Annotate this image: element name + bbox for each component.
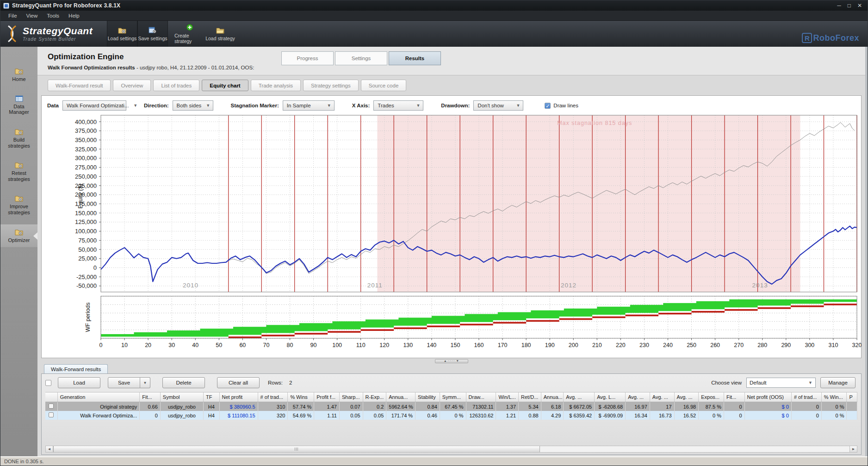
page-title: Optimization Engine (48, 52, 865, 62)
data-select[interactable]: Walk Forward Optimizati...▼ (62, 100, 126, 111)
column-header[interactable]: Net profit (OOS) (744, 392, 791, 402)
subtab-list-of-trades[interactable]: List of trades (153, 80, 199, 91)
sidebar-item-data-manager[interactable]: DataManager (0, 91, 37, 119)
column-header[interactable]: Annua... (541, 392, 564, 402)
column-header[interactable]: Net profit (219, 392, 258, 402)
row-checkbox[interactable] (49, 404, 54, 409)
maximize-icon[interactable]: □ (848, 2, 851, 9)
column-header[interactable]: Annua... (386, 392, 415, 402)
svg-text:75,000: 75,000 (78, 237, 97, 244)
subtab-trade-analysis[interactable]: Trade analysis (251, 80, 301, 91)
svg-text:220: 220 (616, 342, 626, 348)
drawdown-select[interactable]: Don't show▼ (473, 100, 523, 111)
column-header[interactable]: # of trad... (791, 392, 821, 402)
column-header[interactable]: Expos... (699, 392, 724, 402)
menu-file[interactable]: File (4, 12, 21, 20)
column-header[interactable]: Symm... (440, 392, 466, 402)
svg-text:230: 230 (639, 342, 649, 348)
column-header[interactable]: TF (204, 392, 219, 402)
column-header[interactable]: Profit f... (314, 392, 340, 402)
svg-text:350,000: 350,000 (75, 137, 97, 143)
row-checkbox[interactable] (49, 412, 54, 417)
direction-select[interactable]: Both sides▼ (173, 100, 213, 111)
load-strategy-button[interactable]: Load strategy (205, 21, 236, 47)
sidebar-item-improve-strategies[interactable]: Improvestrategies (0, 191, 37, 219)
clear-all-button[interactable]: Clear all (217, 377, 260, 388)
sidebar-item-retest-strategies[interactable]: Reteststrategies (0, 157, 37, 186)
svg-text:200: 200 (569, 342, 578, 348)
svg-text:50,000: 50,000 (78, 246, 97, 253)
save-settings-button[interactable]: Save settings (137, 21, 168, 47)
view-select[interactable]: Default▼ (746, 378, 816, 388)
collapse-up-icon: ▲ (444, 360, 446, 363)
column-header[interactable]: Sharp... (339, 392, 363, 402)
column-header[interactable]: Generation (57, 392, 139, 402)
draw-lines-checkbox[interactable]: ✓ (545, 103, 551, 109)
scrollbar-thumb[interactable] (53, 446, 540, 452)
brand-subtitle: Trade System Builder (23, 37, 93, 42)
save-button[interactable]: Save (108, 377, 140, 388)
subtab-walk-forward-result[interactable]: Walk-Forward result (48, 80, 111, 91)
column-header[interactable]: P (847, 392, 857, 402)
column-header[interactable]: Draw... (466, 392, 496, 402)
column-header[interactable]: % Win... (821, 392, 847, 402)
column-header[interactable]: Symbol (160, 392, 203, 402)
svg-text:80: 80 (287, 342, 293, 348)
column-header[interactable]: Fit... (724, 392, 744, 402)
column-header[interactable]: Avg. ... (564, 392, 595, 402)
minimize-icon[interactable]: ─ (837, 2, 841, 9)
subtab-strategy-settings[interactable]: Strategy settings (303, 80, 359, 91)
rows-count: 2 (289, 380, 292, 385)
subtab-source-code[interactable]: Source code (361, 80, 407, 91)
create-strategy-button[interactable]: Create strategy (174, 21, 205, 47)
close-icon[interactable]: ✕ (857, 2, 862, 9)
table-row[interactable]: Walk Forward Optimiza...0usdjpy_roboH4$ … (45, 411, 857, 420)
sidebar-item-build-strategies[interactable]: Buildstrategies (0, 124, 37, 153)
column-header[interactable]: Avg. L... (595, 392, 626, 402)
svg-text:10: 10 (121, 342, 128, 348)
load-settings-button[interactable]: Load settings (107, 21, 137, 47)
column-header[interactable]: Avg. ... (626, 392, 650, 402)
table-row[interactable]: Original strategy0.66usdjpy_roboH4$ 3809… (45, 402, 857, 411)
column-header[interactable]: Fit... (140, 392, 161, 402)
subtab-equity-chart[interactable]: Equity chart (202, 80, 248, 91)
column-header[interactable]: Win/L... (496, 392, 519, 402)
stagnation-marker-select[interactable]: In Sample▼ (283, 100, 335, 111)
column-header[interactable]: % Wins (288, 392, 314, 402)
load-button[interactable]: Load (58, 377, 100, 388)
column-header[interactable]: # of trad... (258, 392, 288, 402)
svg-text:150: 150 (451, 342, 460, 348)
scroll-left-icon[interactable]: ◄ (46, 446, 53, 452)
save-dropdown-button[interactable]: ▼ (140, 377, 150, 388)
scroll-right-icon[interactable]: ► (849, 446, 857, 452)
delete-button[interactable]: Delete (162, 377, 205, 388)
roboforex-icon: R (802, 33, 812, 43)
select-all-checkbox[interactable] (45, 380, 51, 386)
rows-label: Rows: (268, 380, 283, 385)
column-header[interactable]: Stability (415, 392, 440, 402)
column-header[interactable]: R-Exp... (363, 392, 386, 402)
tab-results[interactable]: Results (389, 51, 441, 65)
menu-tools[interactable]: Tools (43, 12, 63, 20)
page-header: Optimization Engine Walk Forward Optimiz… (37, 47, 865, 75)
column-header[interactable]: Avg. ... (650, 392, 674, 402)
sidebar-item-optimizer[interactable]: Optimizer (0, 224, 37, 248)
manage-button[interactable]: Manage (820, 377, 856, 388)
panel-splitter[interactable]: ▲· · · ·▼ (40, 358, 862, 364)
chevron-down-icon: ▼ (808, 380, 812, 385)
title-bar: StrategyQuant Pro for Roboforex 3.8.1X ─… (0, 0, 868, 11)
menu-help[interactable]: Help (64, 12, 84, 20)
column-header[interactable]: Avg. ... (674, 392, 699, 402)
tab-progress[interactable]: Progress (281, 51, 334, 65)
subtab-overview[interactable]: Overview (113, 80, 151, 91)
menu-view[interactable]: View (22, 12, 42, 20)
column-header[interactable]: Ret/D... (519, 392, 541, 402)
svg-text:40: 40 (192, 342, 198, 348)
tab-settings[interactable]: Settings (335, 51, 387, 65)
horizontal-scrollbar[interactable]: ◄ ► (45, 446, 857, 453)
xaxis-select[interactable]: Trades▼ (373, 100, 423, 111)
sidebar-item-home[interactable]: Home (0, 63, 37, 87)
svg-text:260: 260 (710, 342, 720, 348)
column-header[interactable] (45, 392, 57, 402)
tab-walk-forward-results[interactable]: Walk-Forward results (44, 364, 108, 373)
